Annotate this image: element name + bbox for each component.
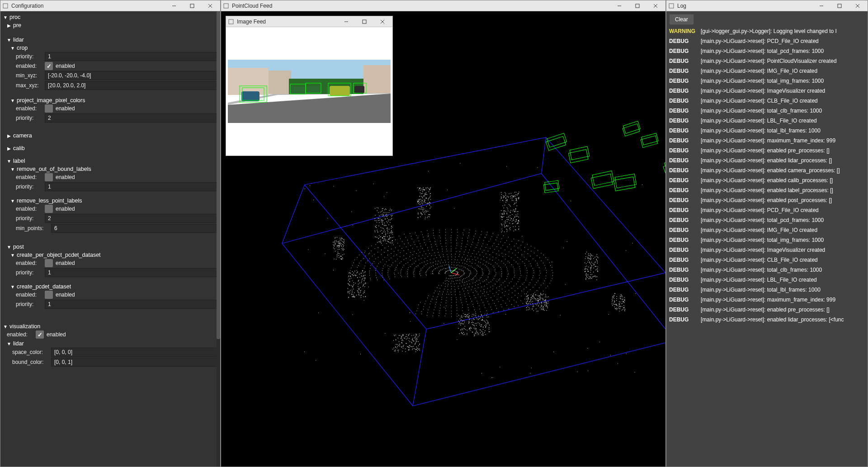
minimize-icon[interactable] bbox=[166, 1, 182, 11]
svg-rect-2162 bbox=[413, 341, 414, 341]
svg-rect-1449 bbox=[514, 196, 514, 196]
svg-rect-928 bbox=[506, 241, 507, 241]
tree-remove-out-of-bound-labels[interactable]: ▼ remove_out_of_bound_labels bbox=[10, 166, 217, 172]
tree-lidar[interactable]: ▼ lidar bbox=[7, 37, 217, 43]
input-crop-min-xyz[interactable] bbox=[45, 71, 217, 80]
svg-rect-642 bbox=[456, 305, 457, 305]
log-titlebar[interactable]: Log bbox=[666, 0, 868, 11]
svg-rect-1090 bbox=[387, 218, 387, 218]
log-entries[interactable]: WARNING[gui->logger_gui.py->Logger]: Log… bbox=[666, 26, 868, 467]
svg-rect-2104 bbox=[536, 305, 537, 305]
svg-rect-24 bbox=[455, 275, 456, 275]
configuration-body[interactable]: ▼ proc ▶ pre ▼ lidar bbox=[0, 11, 220, 467]
svg-rect-770 bbox=[526, 259, 527, 259]
svg-rect-2106 bbox=[541, 307, 542, 307]
svg-rect-374 bbox=[442, 294, 443, 294]
checkbox-cpd-enabled[interactable] bbox=[45, 291, 53, 299]
svg-rect-580 bbox=[382, 270, 382, 271]
tree-post[interactable]: ▼ post bbox=[7, 244, 217, 250]
svg-rect-774 bbox=[533, 268, 533, 269]
image-feed-window[interactable]: Image Feed bbox=[226, 16, 393, 156]
svg-rect-1650 bbox=[489, 331, 489, 332]
close-icon[interactable] bbox=[202, 1, 218, 11]
checkbox-rofb-enabled[interactable] bbox=[45, 173, 53, 181]
input-cpd-priority[interactable] bbox=[45, 300, 217, 309]
tree-calib[interactable]: ▶ calib bbox=[7, 145, 217, 151]
svg-rect-133 bbox=[462, 266, 462, 266]
input-rlpl-min-points[interactable] bbox=[51, 224, 217, 233]
input-crop-priority[interactable] bbox=[45, 52, 217, 61]
image-feed-body[interactable] bbox=[226, 27, 392, 156]
close-icon[interactable] bbox=[849, 1, 866, 11]
svg-rect-1222 bbox=[355, 274, 355, 275]
svg-rect-1281 bbox=[363, 271, 363, 271]
input-crop-max-xyz[interactable] bbox=[45, 81, 217, 90]
svg-rect-444 bbox=[396, 269, 396, 269]
configuration-titlebar[interactable]: Configuration bbox=[0, 0, 220, 11]
tree-crop[interactable]: ▼ crop bbox=[10, 45, 217, 51]
maximize-icon[interactable] bbox=[629, 1, 646, 11]
svg-rect-699 bbox=[533, 278, 533, 278]
svg-rect-2007 bbox=[546, 301, 546, 302]
maximize-icon[interactable] bbox=[356, 17, 373, 27]
svg-rect-1739 bbox=[428, 198, 429, 199]
tree-project-image-pixel-colors[interactable]: ▼ project_image_pixel_colors bbox=[10, 97, 217, 104]
close-icon[interactable] bbox=[647, 1, 664, 11]
scrollbar-thumb[interactable] bbox=[217, 11, 220, 339]
close-icon[interactable] bbox=[374, 17, 391, 27]
input-rlpl-priority[interactable] bbox=[45, 214, 217, 223]
svg-rect-1239 bbox=[348, 283, 348, 284]
svg-rect-1304 bbox=[353, 297, 353, 297]
svg-rect-143 bbox=[476, 276, 476, 276]
tree-pre[interactable]: ▶ pre bbox=[7, 22, 217, 28]
tree-label[interactable]: ▼ label bbox=[7, 158, 217, 164]
image-feed-titlebar[interactable]: Image Feed bbox=[226, 16, 392, 27]
minimize-icon[interactable] bbox=[813, 1, 830, 11]
clear-button[interactable]: Clear bbox=[669, 14, 694, 25]
input-rofb-priority[interactable] bbox=[45, 182, 217, 191]
pointcloud-viewport[interactable]: Image Feed bbox=[221, 11, 665, 467]
input-pipc-priority[interactable] bbox=[45, 113, 217, 123]
tree-camera[interactable]: ▶ camera bbox=[7, 132, 217, 139]
svg-rect-2081 bbox=[528, 298, 528, 299]
maximize-icon[interactable] bbox=[184, 1, 200, 11]
minimize-icon[interactable] bbox=[611, 1, 627, 11]
pointcloud-titlebar[interactable]: PointCloud Feed bbox=[221, 0, 665, 11]
svg-rect-2169 bbox=[416, 334, 417, 335]
svg-rect-248 bbox=[480, 283, 481, 283]
tree-create-per-object-pcdet-dataset[interactable]: ▼ create_per_object_pcdet_dataset bbox=[10, 252, 217, 258]
svg-rect-316 bbox=[439, 291, 440, 292]
tree-pre-label: pre bbox=[13, 22, 21, 28]
svg-rect-1106 bbox=[387, 227, 388, 228]
checkbox-crop-enabled[interactable] bbox=[45, 62, 53, 70]
svg-rect-293 bbox=[488, 268, 488, 269]
input-cpopd-priority[interactable] bbox=[45, 268, 217, 277]
svg-rect-533 bbox=[471, 246, 471, 247]
svg-rect-573 bbox=[436, 302, 437, 302]
tree-remove-less-point-labels[interactable]: ▼ remove_less_point_labels bbox=[10, 198, 217, 204]
tree-viz-lidar[interactable]: ▼ lidar bbox=[7, 340, 217, 347]
minimize-icon[interactable] bbox=[338, 17, 354, 27]
svg-rect-1181 bbox=[381, 243, 382, 243]
svg-rect-384 bbox=[406, 264, 406, 264]
svg-rect-265 bbox=[414, 271, 414, 272]
scrollbar-track[interactable] bbox=[217, 11, 220, 467]
input-bound-color[interactable] bbox=[51, 358, 217, 367]
svg-rect-358 bbox=[499, 280, 499, 280]
svg-rect-1783 bbox=[424, 212, 424, 213]
svg-rect-2317 bbox=[614, 302, 614, 302]
svg-rect-277 bbox=[440, 257, 441, 257]
checkbox-viz-enabled[interactable] bbox=[36, 330, 44, 339]
tree-proc[interactable]: ▼ proc bbox=[3, 14, 217, 20]
checkbox-pipc-enabled[interactable] bbox=[45, 104, 53, 113]
checkbox-rlpl-enabled[interactable] bbox=[45, 205, 53, 213]
maximize-icon[interactable] bbox=[831, 1, 848, 11]
chevron-down-icon: ▼ bbox=[3, 15, 8, 20]
svg-rect-259 bbox=[444, 289, 444, 289]
checkbox-cpopd-enabled[interactable] bbox=[45, 259, 53, 267]
tree-create-pcdet-dataset[interactable]: ▼ create_pcdet_dataset bbox=[10, 283, 217, 290]
svg-rect-2075 bbox=[541, 309, 542, 310]
svg-rect-1273 bbox=[348, 292, 348, 293]
tree-visualization[interactable]: ▼ visualization bbox=[3, 323, 217, 330]
input-space-color[interactable] bbox=[51, 348, 217, 357]
